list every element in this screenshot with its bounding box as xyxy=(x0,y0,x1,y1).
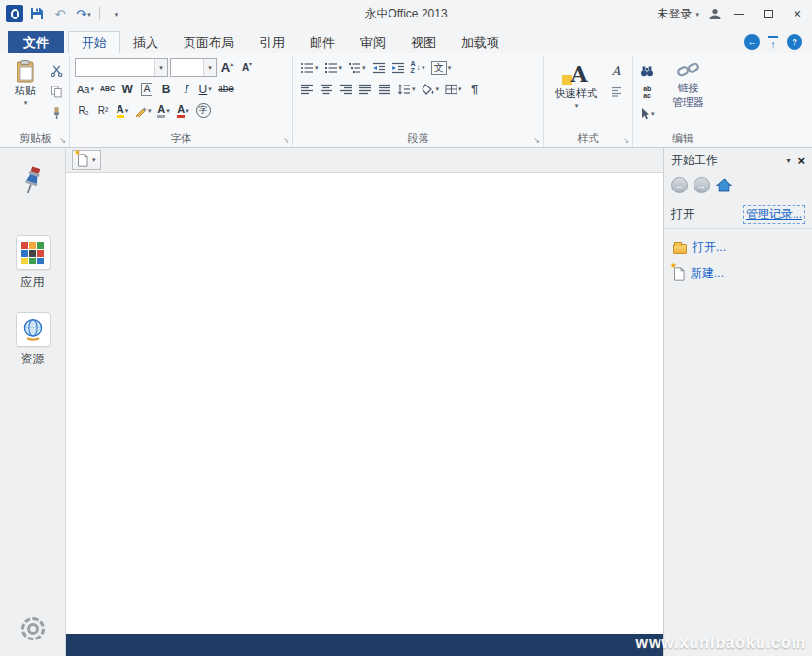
align-left-button[interactable] xyxy=(298,80,316,98)
tab-file[interactable]: 文件 xyxy=(8,31,64,53)
paragraph-dialog-launcher[interactable]: ↘ xyxy=(533,136,540,145)
sidebar-item-apps[interactable]: 应用 xyxy=(16,235,51,291)
app-logo-icon[interactable] xyxy=(6,5,23,22)
maximize-button[interactable] xyxy=(754,0,783,27)
tab-view[interactable]: 视图 xyxy=(398,31,449,53)
strikethrough-button[interactable]: abe xyxy=(216,80,236,98)
numbering-button[interactable]: ▾ xyxy=(322,58,345,77)
format-painter-button[interactable] xyxy=(48,104,65,122)
nav-forward-button[interactable]: → xyxy=(694,177,710,193)
document-tab-strip: ★ ▾ xyxy=(66,148,663,173)
phonetic-guide-button[interactable]: ABC xyxy=(98,80,117,98)
multilevel-list-button[interactable]: ▾ xyxy=(346,58,368,77)
manage-records-link[interactable]: 管理记录... xyxy=(743,205,805,224)
shrink-font-button[interactable]: A▾ xyxy=(238,58,255,77)
tab-home[interactable]: 开始 xyxy=(68,31,120,53)
font-color-button[interactable]: A▾ xyxy=(175,101,192,120)
font-size-select[interactable]: ▾ xyxy=(170,58,217,77)
back-circle-icon[interactable]: ← xyxy=(744,34,760,50)
borders-button[interactable]: ▾ xyxy=(443,80,464,98)
redo-icon: ↷ xyxy=(76,7,86,21)
find-button[interactable] xyxy=(638,61,657,80)
outdent-icon xyxy=(372,62,386,74)
style-set-button[interactable] xyxy=(607,83,625,101)
art-text-button[interactable]: W xyxy=(118,80,136,98)
asian-layout-button[interactable]: 文▾ xyxy=(429,58,454,77)
left-sidebar: 应用 资源 xyxy=(0,148,66,656)
new-document-link[interactable]: ★ 新建... xyxy=(664,256,812,282)
character-shading-button[interactable]: A▾ xyxy=(155,101,173,120)
document-tab[interactable]: ★ ▾ xyxy=(72,150,101,170)
show-marks-button[interactable]: ¶ xyxy=(466,80,484,98)
chevron-down-icon[interactable]: ▾ xyxy=(92,156,96,163)
underline-button[interactable]: U▾ xyxy=(196,80,214,98)
superscript-button[interactable]: R² xyxy=(94,101,112,120)
align-center-button[interactable] xyxy=(318,80,335,98)
open-file-link[interactable]: 打开... xyxy=(664,229,812,256)
qat-customize-button[interactable]: ▾ xyxy=(106,4,125,23)
copy-button[interactable] xyxy=(48,83,65,101)
user-button[interactable] xyxy=(705,4,725,23)
replace-button[interactable]: abac xyxy=(638,83,657,101)
styles-dialog-launcher[interactable]: ↘ xyxy=(623,136,629,145)
nav-back-button[interactable]: ← xyxy=(671,177,688,193)
align-right-icon xyxy=(339,84,353,95)
account-button[interactable]: 未登录▾ xyxy=(651,6,705,22)
settings-gear-icon[interactable] xyxy=(21,617,45,640)
tab-addins[interactable]: 加载项 xyxy=(449,31,512,53)
cut-button[interactable] xyxy=(48,61,65,80)
line-spacing-icon xyxy=(397,84,411,95)
tab-insert[interactable]: 插入 xyxy=(120,31,171,53)
styles-pane-button[interactable]: A xyxy=(607,61,625,80)
tab-references[interactable]: 引用 xyxy=(247,31,297,53)
subscript-button[interactable]: R₂ xyxy=(75,101,92,120)
quick-styles-button[interactable]: A 快速样式 ▾ xyxy=(549,58,603,109)
quick-access-toolbar: ↶ ↷▾ ▾ xyxy=(6,4,125,23)
grow-font-button[interactable]: A▴ xyxy=(219,58,236,77)
collapse-top-icon[interactable]: ↑ xyxy=(768,36,778,49)
document-canvas[interactable] xyxy=(66,173,663,634)
change-case-button[interactable]: Aa▾ xyxy=(75,80,96,98)
tab-page-layout[interactable]: 页面布局 xyxy=(171,31,247,53)
increase-indent-button[interactable] xyxy=(389,58,407,77)
tab-review[interactable]: 审阅 xyxy=(348,31,398,53)
clipboard-dialog-launcher[interactable]: ↘ xyxy=(59,136,66,145)
enclose-characters-button[interactable]: 字 xyxy=(194,101,213,120)
group-font: ▾ ▾ A▴ A▾ Aa▾ ABC W A B I U▾ abe R₂ R² A… xyxy=(70,56,293,147)
minimize-button[interactable] xyxy=(725,0,754,27)
redo-button[interactable]: ↷▾ xyxy=(74,4,93,23)
pencil-annotate-button[interactable]: ▾ xyxy=(133,101,153,120)
tab-mailings[interactable]: 邮件 xyxy=(297,31,348,53)
chevron-down-icon[interactable]: ▾ xyxy=(154,59,167,76)
line-spacing-button[interactable]: ▾ xyxy=(395,80,418,98)
select-button[interactable]: ▾ xyxy=(638,104,657,122)
sort-button[interactable]: AZ ↓ ▾ xyxy=(409,58,427,77)
justify-icon xyxy=(358,84,372,95)
highlight-color-button[interactable]: A▾ xyxy=(114,101,131,120)
font-name-select[interactable]: ▾ xyxy=(75,58,168,77)
chevron-down-icon[interactable]: ▾ xyxy=(203,59,216,76)
undo-button[interactable]: ↶ xyxy=(51,4,70,23)
help-icon[interactable]: ? xyxy=(787,34,802,50)
italic-button[interactable]: I xyxy=(177,80,194,98)
justify-button[interactable] xyxy=(356,80,374,98)
pushpin-icon[interactable] xyxy=(21,165,45,196)
close-button[interactable]: × xyxy=(783,0,812,27)
bullets-button[interactable]: ▾ xyxy=(298,58,321,77)
distribute-button[interactable] xyxy=(376,80,393,98)
home-icon[interactable] xyxy=(716,178,732,192)
taskpane-close-button[interactable]: × xyxy=(797,154,805,168)
paste-button[interactable]: 粘贴 ▾ xyxy=(7,58,44,122)
bold-button[interactable]: B xyxy=(157,80,175,98)
character-border-button[interactable]: A xyxy=(138,80,155,98)
decrease-indent-button[interactable] xyxy=(370,58,388,77)
taskpane-menu-button[interactable]: ▾ xyxy=(786,156,790,165)
close-icon: × xyxy=(794,6,801,21)
link-manager-button[interactable]: 链接 管理器 xyxy=(660,58,717,122)
sidebar-item-resources[interactable]: 资源 xyxy=(16,312,51,367)
font-dialog-launcher[interactable]: ↘ xyxy=(283,136,289,145)
shading-button[interactable]: ▾ xyxy=(420,80,442,98)
borders-icon xyxy=(445,84,457,95)
save-button[interactable] xyxy=(27,4,47,23)
align-right-button[interactable] xyxy=(337,80,355,98)
